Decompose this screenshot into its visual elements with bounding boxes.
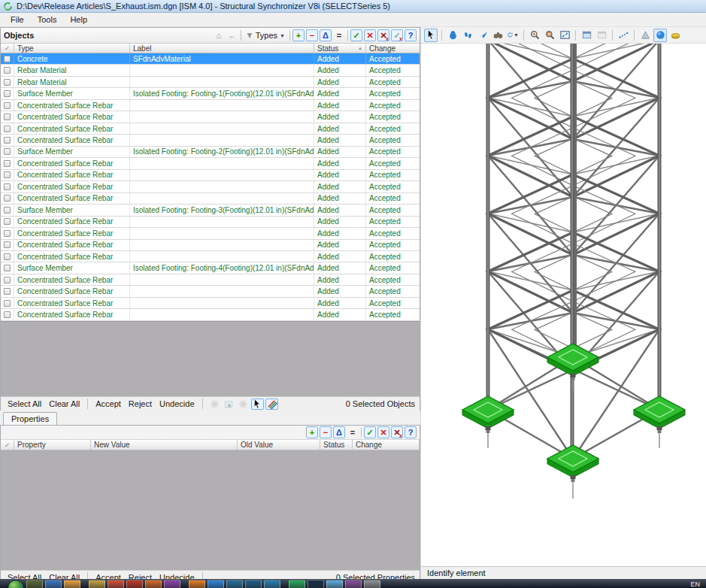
- row-checkbox[interactable]: [1, 217, 14, 227]
- table-row[interactable]: Concentrated Surface RebarAddedAccepted: [1, 217, 420, 228]
- undecide-all-icon[interactable]: ✓x: [391, 29, 403, 41]
- show-unchanged-icon[interactable]: =: [333, 29, 345, 41]
- reject-delete-all-icon[interactable]: ✕x: [377, 29, 389, 41]
- fly-tool[interactable]: [476, 29, 489, 42]
- row-checkbox[interactable]: [1, 135, 14, 145]
- table-row[interactable]: Concentrated Surface RebarAddedAccepted: [1, 181, 420, 192]
- accept-all-icon[interactable]: ✓: [364, 426, 376, 438]
- table-row[interactable]: Surface MemberIsolated Footing: Footing-…: [1, 88, 420, 99]
- table-row[interactable]: Concentrated Surface RebarAddedAccepted: [1, 193, 420, 205]
- taskbar-app-icon[interactable]: [226, 580, 243, 588]
- viewport-3d[interactable]: [421, 44, 706, 566]
- column-change[interactable]: Change: [353, 440, 420, 450]
- reject-link[interactable]: Reject: [126, 399, 154, 408]
- taskbar-app-icon[interactable]: [164, 580, 180, 588]
- header-checkbox[interactable]: ✓: [1, 440, 14, 450]
- column-label[interactable]: Label: [130, 44, 314, 53]
- tab-properties[interactable]: Properties: [3, 412, 57, 426]
- row-checkbox[interactable]: [1, 228, 14, 238]
- accept-link[interactable]: Accept: [93, 399, 123, 408]
- undecide-link[interactable]: Undecide: [157, 399, 196, 408]
- checkbox-box[interactable]: [4, 300, 11, 307]
- table-row[interactable]: Concentrated Surface RebarAddedAccepted: [1, 158, 420, 169]
- checkbox-box[interactable]: [4, 137, 11, 144]
- column-change[interactable]: Change: [366, 44, 420, 53]
- show-added-icon[interactable]: +: [306, 426, 318, 438]
- table-row[interactable]: Concentrated Surface RebarAddedAccepted: [1, 298, 420, 309]
- taskbar-app-icon[interactable]: [26, 580, 43, 588]
- table-row[interactable]: Surface MemberIsolated Footing: Footing-…: [1, 205, 420, 216]
- fit-view-tool[interactable]: [558, 29, 571, 42]
- row-checkbox[interactable]: [1, 53, 14, 64]
- taskbar-app-icon[interactable]: [108, 580, 124, 588]
- checkbox-box[interactable]: [4, 114, 11, 120]
- row-checkbox[interactable]: [1, 262, 14, 273]
- checkbox-box[interactable]: [4, 207, 11, 214]
- checkbox-box[interactable]: [4, 230, 11, 237]
- taskbar-app-icon[interactable]: [326, 580, 343, 588]
- row-checkbox[interactable]: [1, 100, 14, 111]
- reject-all-icon[interactable]: ✕: [377, 426, 389, 438]
- reject-all-icon[interactable]: ✕: [364, 29, 376, 41]
- table-row[interactable]: Concentrated Surface RebarAddedAccepted: [1, 240, 420, 251]
- show-unchanged-icon[interactable]: =: [347, 426, 359, 438]
- table-row[interactable]: Surface MemberIsolated Footing: Footing-…: [1, 262, 420, 274]
- row-checkbox[interactable]: [1, 240, 14, 250]
- table-row[interactable]: Concentrated Surface RebarAddedAccepted: [1, 228, 420, 239]
- column-status[interactable]: Status▲: [314, 44, 366, 53]
- zoom-to-selection-icon[interactable]: [223, 399, 235, 410]
- sync-selection-icon[interactable]: [208, 399, 221, 410]
- table-row[interactable]: Concentrated Surface RebarAddedAccepted: [1, 274, 420, 286]
- isolate-selection-icon[interactable]: [237, 399, 250, 410]
- next-view-tool[interactable]: [595, 29, 608, 42]
- column-property[interactable]: Property: [14, 440, 91, 450]
- checkbox-box[interactable]: [4, 126, 11, 132]
- checkbox-box[interactable]: [4, 288, 11, 295]
- highlight-changes-toggle[interactable]: [265, 399, 278, 410]
- checkbox-box[interactable]: [4, 311, 11, 318]
- table-row[interactable]: Concentrated Surface RebarAddedAccepted: [1, 251, 420, 262]
- taskbar-app-icon[interactable]: [145, 580, 162, 588]
- measure-tool[interactable]: [617, 29, 630, 42]
- show-modified-icon[interactable]: Δ: [320, 29, 332, 41]
- layers-tool[interactable]: [668, 29, 682, 42]
- menu-file[interactable]: File: [5, 14, 30, 26]
- shaded-view-tool[interactable]: [653, 29, 667, 42]
- checkbox-box[interactable]: [4, 160, 11, 167]
- checkbox-box[interactable]: [4, 277, 11, 283]
- menu-help[interactable]: Help: [64, 14, 93, 26]
- zoom-window-tool[interactable]: [543, 29, 556, 42]
- clear-all-link[interactable]: Clear All: [47, 399, 82, 408]
- look-around-tool[interactable]: [491, 29, 505, 42]
- render-mode-tool[interactable]: [638, 29, 652, 42]
- row-checkbox[interactable]: [1, 88, 14, 99]
- row-checkbox[interactable]: [1, 65, 14, 75]
- reject-delete-all-icon[interactable]: ✕x: [391, 426, 403, 438]
- row-checkbox[interactable]: [1, 274, 14, 285]
- checkbox-box[interactable]: [4, 102, 11, 109]
- taskbar-app-icon[interactable]: [264, 580, 280, 588]
- checkbox-box[interactable]: [4, 79, 11, 86]
- row-checkbox[interactable]: [1, 193, 14, 204]
- taskbar-app-icon[interactable]: [364, 580, 380, 588]
- row-checkbox[interactable]: [1, 181, 14, 192]
- taskbar-app-icon[interactable]: [126, 580, 143, 588]
- accept-all-icon[interactable]: ✓: [350, 29, 362, 41]
- taskbar-app-icon[interactable]: [64, 580, 80, 588]
- checkbox-box[interactable]: [4, 67, 11, 74]
- types-filter-button[interactable]: Types ▼: [244, 30, 287, 41]
- start-button[interactable]: [8, 580, 24, 588]
- help-icon[interactable]: ?: [405, 29, 417, 41]
- table-row[interactable]: Concentrated Surface RebarAddedAccepted: [1, 123, 420, 135]
- select-tool[interactable]: [424, 29, 438, 42]
- row-checkbox[interactable]: [1, 205, 14, 215]
- checkbox-box[interactable]: [4, 56, 11, 62]
- row-checkbox[interactable]: [1, 251, 14, 262]
- column-old-value[interactable]: Old Value: [238, 440, 320, 450]
- taskbar-app-icon[interactable]: [245, 580, 262, 588]
- menu-tools[interactable]: Tools: [32, 14, 63, 26]
- table-row[interactable]: Rebar MaterialAddedAccepted: [1, 77, 420, 88]
- column-status[interactable]: Status: [320, 440, 353, 450]
- table-row[interactable]: Concentrated Surface RebarAddedAccepted: [1, 309, 420, 320]
- back-icon[interactable]: ←: [226, 29, 238, 41]
